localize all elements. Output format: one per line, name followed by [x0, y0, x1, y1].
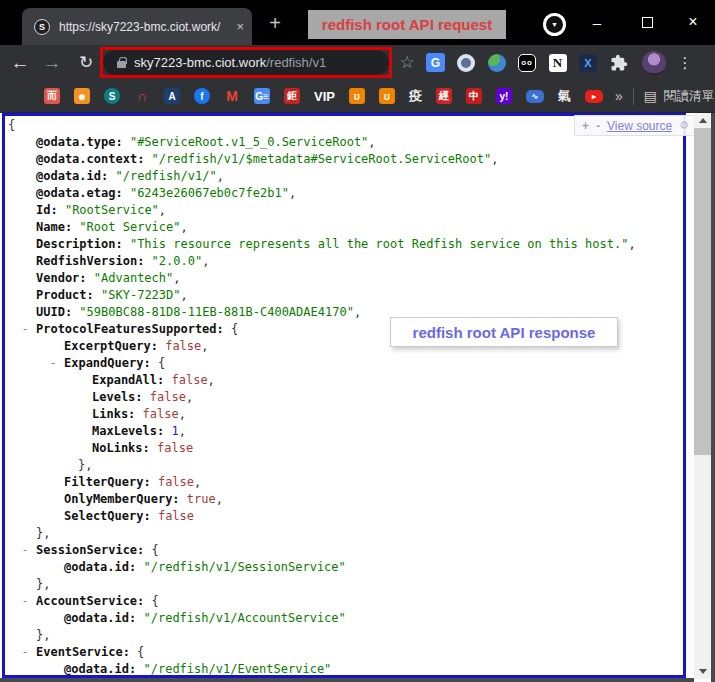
maximize-button[interactable] [630, 8, 664, 36]
bookmark-icon-12[interactable]: ʊ [379, 88, 395, 104]
bookmark-icon-3[interactable]: S [104, 88, 120, 104]
json-key: @odata.id: [64, 662, 143, 676]
back-button[interactable]: ← [6, 45, 34, 80]
collapse-toggle[interactable]: - [50, 356, 64, 370]
scroll-down-icon[interactable] [694, 664, 711, 679]
bookmark-icon-17[interactable]: ∿ [526, 90, 544, 103]
json-line: }, [0, 457, 690, 474]
json-key: Description: [36, 237, 130, 251]
bookmark-icon-9[interactable]: 鉅 [284, 88, 300, 104]
json-string: "/redfish/v1/AccountService" [143, 611, 345, 625]
bookmark-icon-19[interactable]: ▸ [585, 90, 603, 103]
collapse-toggle[interactable]: - [22, 543, 36, 557]
bookmark-icon-18[interactable]: 氣 [558, 88, 571, 104]
expand-all-button[interactable]: + [582, 119, 589, 133]
lock-icon [117, 61, 126, 68]
json-string: "Advantech" [94, 271, 173, 285]
json-key: OnlyMemberQuery: [64, 492, 187, 506]
json-punct: , [354, 305, 361, 319]
tab-close-icon[interactable]: × [236, 19, 244, 34]
gear-icon[interactable]: ⚙ [679, 119, 689, 132]
profile-avatar[interactable] [642, 51, 666, 75]
bookmarks-bar: 而☻S∩AfMG≡鉅VIPʊʊ疫經中y!∿氣▸ » ▤ 閱讀清單 [0, 80, 715, 113]
browser-titlebar: S https://sky7223-bmc.ciot.work/ × + red… [0, 0, 715, 45]
bookmark-icon-8[interactable]: G≡ [254, 88, 270, 104]
bookmark-star-icon[interactable]: ☆ [394, 45, 420, 80]
json-line: Links: false, [0, 406, 690, 423]
dots-extension-icon[interactable]: oo [518, 54, 536, 72]
view-source-link[interactable]: View source [607, 119, 672, 133]
notion-extension-icon[interactable]: N [549, 54, 567, 72]
new-tab-button[interactable]: + [263, 11, 287, 35]
json-string: "#ServiceRoot.v1_5_0.ServiceRoot" [130, 135, 368, 149]
tab-search-button[interactable]: ▼ [543, 13, 566, 36]
scroll-up-icon[interactable] [694, 113, 711, 128]
browser-menu-icon[interactable]: ⋮ [678, 51, 692, 75]
json-key: @odata.id: [36, 169, 115, 183]
json-key: @odata.etag: [36, 186, 130, 200]
bookmark-icon-10[interactable]: VIP [314, 88, 335, 104]
collapse-toggle[interactable]: - [22, 594, 36, 608]
json-punct: { [137, 645, 144, 659]
reading-list-label[interactable]: 閱讀清單 [664, 88, 714, 105]
json-string: "RootService" [65, 203, 159, 217]
json-punct: { [231, 322, 238, 336]
json-key: @odata.type: [36, 135, 130, 149]
minimize-button[interactable]: – [580, 8, 614, 36]
bookmark-icon-5[interactable]: A [164, 88, 180, 104]
json-literal: false [171, 373, 207, 387]
bookmark-icon-7[interactable]: M [224, 88, 240, 104]
browser-tab[interactable]: S https://sky7223-bmc.ciot.work/ × [22, 8, 252, 45]
url-path: /redfish/v1 [266, 55, 326, 70]
json-number: 1 [171, 424, 178, 438]
json-key: SessionService: [36, 543, 152, 557]
tab-favicon-icon: S [34, 19, 50, 35]
bookmarks-divider [633, 88, 634, 105]
bookmark-icon-16[interactable]: y! [496, 88, 512, 104]
json-line: MaxLevels: 1, [0, 423, 690, 440]
bookmarks-overflow-icon[interactable]: » [615, 88, 623, 104]
reload-button[interactable]: ↻ [72, 45, 100, 80]
bookmark-icon-6[interactable]: f [194, 88, 210, 104]
request-annotation-label: redfish root API request [308, 10, 506, 39]
translate-extension-icon[interactable]: G [426, 53, 445, 72]
json-line: @odata.etag: "6243e26067eb0c7fe2b1", [0, 185, 690, 202]
collapse-toggle[interactable]: - [22, 645, 36, 659]
forward-button[interactable]: → [38, 45, 66, 80]
page-scrollbar[interactable] [694, 113, 711, 679]
json-punct: , [368, 135, 375, 149]
bookmark-icon-11[interactable]: ʊ [349, 88, 365, 104]
triangle-down [699, 669, 707, 674]
json-literal: false [157, 441, 193, 455]
browser-toolbar: ← → ↻ sky7223-bmc.ciot.work/redfish/v1 ☆… [0, 45, 715, 80]
collapse-toggle[interactable]: - [22, 322, 36, 336]
reading-list-icon[interactable]: ▤ [644, 88, 657, 104]
json-key: AccountService: [36, 594, 152, 608]
json-string: "6243e26067eb0c7fe2b1" [130, 186, 289, 200]
json-punct: , [201, 339, 208, 353]
close-window-button[interactable]: × [676, 8, 710, 36]
json-literal: false [165, 339, 201, 353]
globe-extension-icon[interactable] [488, 54, 506, 72]
ring-extension-icon[interactable] [457, 54, 475, 72]
bookmark-icon-14[interactable]: 經 [436, 88, 452, 104]
chevron-down-icon: ▼ [546, 16, 563, 33]
x-extension-icon[interactable]: X [579, 54, 597, 72]
bookmark-icon-4[interactable]: ∩ [134, 88, 150, 104]
collapse-all-button[interactable]: - [596, 119, 600, 133]
json-punct: , [216, 492, 223, 506]
bookmark-icon-1[interactable]: 而 [44, 88, 60, 104]
extensions-row: G oo N X ⋮ [426, 45, 692, 80]
bookmark-icon-13[interactable]: 疫 [409, 88, 422, 104]
extensions-puzzle-icon[interactable] [609, 53, 629, 73]
json-line: Product: "SKY-7223D", [0, 287, 690, 304]
json-punct: , [179, 424, 186, 438]
scrollbar-thumb[interactable] [694, 128, 711, 455]
address-bar[interactable]: sky7223-bmc.ciot.work/redfish/v1 [103, 50, 389, 75]
json-key: NoLinks: [92, 441, 157, 455]
bookmark-icon-15[interactable]: 中 [466, 88, 482, 104]
json-punct: }, [78, 458, 92, 472]
json-line: }, [0, 627, 690, 644]
bookmark-icon-2[interactable]: ☻ [74, 88, 90, 104]
page-content: {@odata.type: "#ServiceRoot.v1_5_0.Servi… [0, 113, 715, 682]
